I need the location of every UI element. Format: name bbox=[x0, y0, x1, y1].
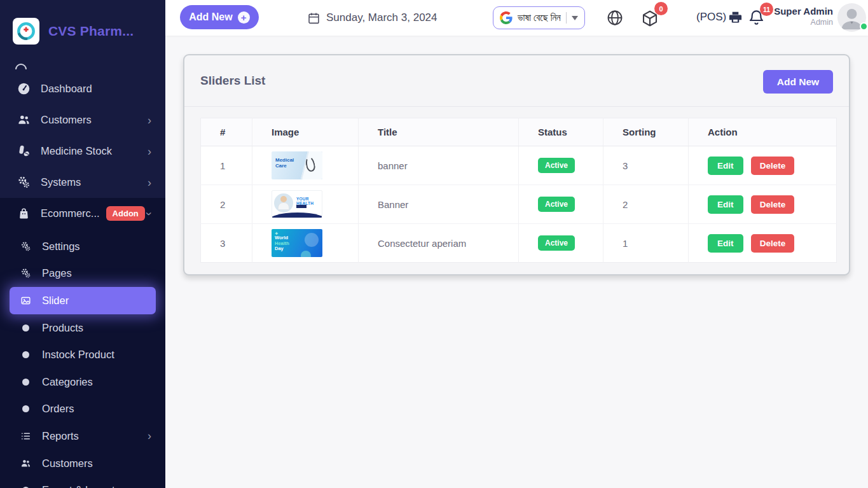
online-status-dot bbox=[860, 22, 868, 31]
printer-icon[interactable] bbox=[728, 10, 743, 25]
row-num: 2 bbox=[201, 185, 252, 224]
sidebar-item-orders[interactable]: Orders bbox=[0, 396, 165, 423]
divider bbox=[566, 12, 567, 24]
delete-button[interactable]: Delete bbox=[751, 195, 795, 214]
sorting-value: 1 bbox=[603, 224, 689, 263]
sidebar-item-categories[interactable]: Categories bbox=[0, 368, 165, 396]
sidebar-item-slider[interactable]: Slider bbox=[10, 287, 156, 314]
chevron-right-icon: › bbox=[148, 430, 151, 442]
speedometer-icon bbox=[17, 82, 31, 96]
sidebar-item-label: Dashboard bbox=[41, 83, 92, 95]
shopping-bag-icon bbox=[17, 207, 31, 221]
sidebar-item-ecommerce[interactable]: Ecommerc... Addon › bbox=[0, 198, 165, 229]
table-row: 2 YOUR HEALTH bbox=[201, 185, 837, 224]
table-header-row: # Image Title Status Sorting Action bbox=[201, 118, 837, 146]
slider-thumbnail: Medical Care bbox=[272, 151, 322, 179]
col-image: Image bbox=[252, 118, 359, 146]
language-label: ভাষা বেছে নিন bbox=[518, 12, 561, 24]
col-sorting: Sorting bbox=[603, 118, 689, 146]
sidebar-item-label: Slider bbox=[42, 295, 69, 307]
sliders-card: Sliders List Add New # Image Title Statu bbox=[183, 54, 850, 275]
add-new-label: Add New bbox=[189, 11, 232, 23]
sidebar-item-label: Products bbox=[42, 322, 83, 334]
chevron-right-icon: › bbox=[148, 177, 151, 188]
pharmacy-logo-icon bbox=[13, 18, 39, 45]
sidebar-item-pages[interactable]: Pages bbox=[0, 260, 165, 288]
brand-title: CVS Pharm... bbox=[48, 24, 134, 39]
delete-button[interactable]: Delete bbox=[751, 234, 795, 253]
users-icon bbox=[19, 457, 32, 470]
chevron-down-icon: › bbox=[144, 212, 155, 216]
sidebar-item-label: Ecommerc... bbox=[41, 207, 100, 220]
sidebar: CVS Pharm... Dashboard Customers › bbox=[0, 0, 165, 488]
current-date: Sunday, March 3, 2024 bbox=[307, 0, 437, 36]
pills-icon bbox=[17, 144, 31, 158]
sidebar-item-label: Settings bbox=[42, 241, 80, 253]
sidebar-item-label: Systems bbox=[41, 176, 81, 188]
brand[interactable]: CVS Pharm... bbox=[0, 0, 165, 45]
main-content: Sliders List Add New # Image Title Statu bbox=[165, 36, 868, 488]
top-bar: Add New + Sunday, March 3, 2024 ভাষা বেছ… bbox=[165, 0, 868, 36]
slider-title: Consectetur aperiam bbox=[359, 224, 519, 263]
sidebar-item-instock-product[interactable]: Instock Product bbox=[0, 341, 165, 368]
image-icon bbox=[19, 294, 32, 307]
sidebar-ecommerce-group: Ecommerc... Addon › Settings Pages bbox=[0, 198, 165, 488]
google-icon bbox=[500, 11, 513, 24]
col-status: Status bbox=[519, 118, 603, 146]
sidebar-item-products[interactable]: Products bbox=[0, 314, 165, 342]
sorting-value: 2 bbox=[603, 185, 689, 224]
col-action: Action bbox=[689, 118, 837, 146]
calendar-icon bbox=[307, 11, 320, 25]
sidebar-item-systems[interactable]: Systems › bbox=[0, 167, 165, 198]
gears-icon bbox=[17, 176, 31, 190]
language-selector[interactable]: ভাষা বেছে নিন bbox=[493, 6, 585, 29]
dot-icon bbox=[19, 349, 32, 361]
addon-badge: Addon bbox=[106, 206, 145, 221]
user-role: Admin bbox=[769, 18, 833, 27]
globe-icon[interactable] bbox=[606, 9, 624, 27]
sidebar-item-reports[interactable]: Reports › bbox=[0, 422, 165, 450]
chevron-right-icon: › bbox=[148, 146, 151, 157]
card-header: Sliders List Add New bbox=[184, 55, 849, 107]
slider-title: Banner bbox=[359, 185, 519, 224]
add-new-slider-button[interactable]: Add New bbox=[763, 70, 833, 94]
user-menu[interactable]: Super Admin Admin bbox=[769, 6, 833, 27]
slider-title: banner bbox=[359, 146, 519, 185]
sidebar-item-customers[interactable]: Customers › bbox=[0, 104, 165, 136]
table-row: 1 Medical Care banner Active 3 bbox=[201, 146, 837, 185]
sidebar-item-export-import[interactable]: Export & Import bbox=[0, 477, 165, 488]
sidebar-item-label: Instock Product bbox=[42, 349, 114, 361]
list-icon bbox=[19, 429, 32, 442]
edit-button[interactable]: Edit bbox=[708, 234, 743, 253]
sidebar-item-label: Reports bbox=[42, 430, 79, 442]
users-icon bbox=[17, 113, 31, 127]
scroll-arc-icon bbox=[15, 64, 27, 69]
col-title: Title bbox=[359, 118, 519, 146]
col-num: # bbox=[201, 118, 252, 146]
gears-icon bbox=[19, 267, 32, 280]
sidebar-menu: Dashboard Customers › Medicine Stock › bbox=[0, 73, 165, 198]
edit-button[interactable]: Edit bbox=[708, 195, 743, 214]
add-new-button[interactable]: Add New + bbox=[180, 5, 259, 29]
sliders-table-wrap: # Image Title Status Sorting Action 1 bbox=[200, 118, 836, 263]
sliders-table: # Image Title Status Sorting Action 1 bbox=[200, 118, 837, 263]
table-row: 3 ✚ World Health Day bbox=[201, 224, 837, 263]
sidebar-item-label: Orders bbox=[42, 403, 74, 415]
row-num: 1 bbox=[201, 146, 252, 185]
gears-icon bbox=[19, 240, 32, 253]
app-window: CVS Pharm... Dashboard Customers › bbox=[0, 0, 868, 488]
sorting-value: 3 bbox=[603, 146, 689, 185]
edit-button[interactable]: Edit bbox=[708, 157, 743, 175]
dot-icon bbox=[19, 321, 32, 334]
status-badge: Active bbox=[538, 158, 575, 173]
sidebar-item-settings[interactable]: Settings bbox=[0, 233, 165, 260]
sidebar-item-label: Customers bbox=[41, 114, 92, 126]
sidebar-item-label: Medicine Stock bbox=[41, 145, 112, 157]
sidebar-item-label: Pages bbox=[42, 267, 72, 279]
pos-label: (POS) bbox=[696, 11, 726, 24]
sidebar-item-customers-2[interactable]: Customers bbox=[0, 450, 165, 477]
sidebar-item-dashboard[interactable]: Dashboard bbox=[0, 73, 165, 104]
delete-button[interactable]: Delete bbox=[751, 157, 795, 175]
dot-icon bbox=[19, 403, 32, 415]
sidebar-item-medicine-stock[interactable]: Medicine Stock › bbox=[0, 136, 165, 167]
